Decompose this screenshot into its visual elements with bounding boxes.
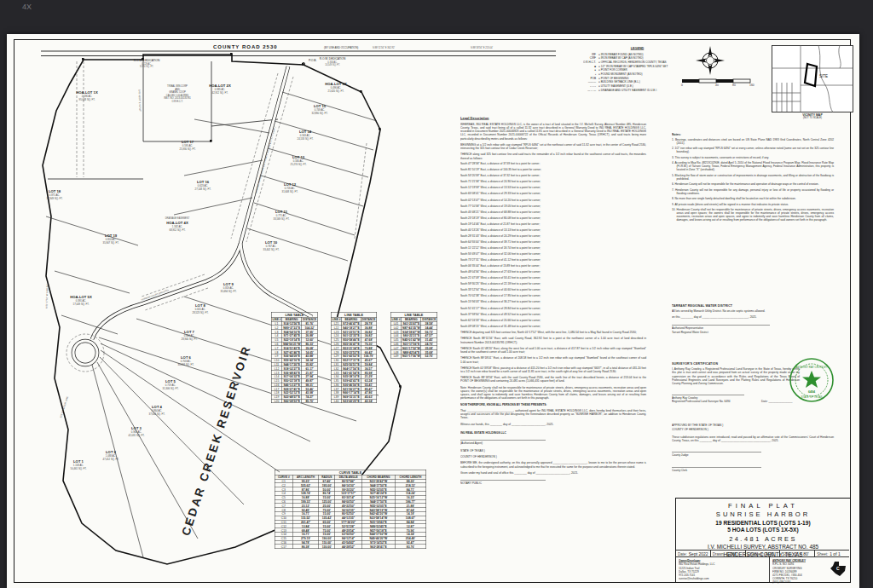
state-line: STATE OF TEXAS ) [460,449,646,453]
right-column: Notes: 1. Bearings, coordinates and dist… [672,133,834,500]
list-item: South 19°14'46" East, a distance of 21.8… [460,222,646,225]
cert-title: Registered Professional Land Surveyor No… [672,400,744,403]
row-dedication-sf: 9,974 SQ. FT. [140,65,153,68]
table-row: L39S69°15'31"E45.63' [331,395,377,399]
signature-line [460,441,546,441]
list-item: 1. Bearings, coordinates and distances c… [672,138,834,145]
scale-bar: 04080160 [679,77,757,87]
approval-block: APPROVED BY THE STATE OF TEXAS ) COUNTY … [672,424,834,471]
table-header: CHORD LENGTH [395,475,426,479]
street-name-label: SUNRISE HARBOR DRIVE (50' PRIVATE ACCESS… [254,126,276,194]
list-item: South 77°10'58" West, a distance of 19.0… [460,205,646,207]
list-item: 5. Blocking the flow of storm water or c… [672,174,834,181]
agent-caption: (Authorized Agent) [460,441,646,445]
list-item: South 33°12'54" West, a distance of 44.6… [460,289,646,291]
lot-area-sf: 30,634 SQ. FT. [178,363,194,366]
line-table-2-wrap: LINE TABLELINE #BEARINGDISTANCEL21S72°46… [331,312,378,403]
list-item: (940) 498-5030 [772,580,828,584]
adjoiner-label: AND [175,88,180,91]
table-row: L5S22°19'14"E12.60' [271,337,317,342]
table-row: L49N01°17'56"W52.76' [390,354,436,358]
notes-block: Notes: 1. Bearings, coordinates and dist… [672,133,834,224]
lot-area-sf: 28,940 SQ. FT. [182,337,198,341]
table-row: L43S34°18'47"W56.73' [390,330,436,334]
table-header: LINE # [390,317,401,321]
table-row: L13S36°48'43"E21.87' [271,371,317,375]
lot-area-sf: 31,306 SQ. FT. [163,387,179,390]
viewer-corner-label: 4X [22,3,32,11]
lot-area-sf: 24,533 SQ. FT. [298,137,314,141]
table-row: L37S21°56'27"E85.47' [331,387,377,391]
table-row: L44S80°22'21"E47.57' [390,333,436,337]
list-item: South 11°22'12" West, a distance of 18.7… [460,246,646,249]
table-row: L46S01°17'56"E24.76' [390,342,436,346]
table-row: L19S23°48'57"E74.27' [271,395,317,399]
title-block: FINAL PLAT SUNRISE HARBOR 19 RESIDENTIAL… [675,498,851,583]
bearing-distance-label: N 01°17'52" W 1080.54' [45,284,49,308]
lot-area-sf: 25,274 SQ. FT. [291,163,307,166]
table-row: L27S53°21'34"E70.88' [331,346,377,350]
list-item: THENCE South 88°11'56" East, with said C… [460,337,646,343]
table-row: L2N89°37'22"E104.32' [271,326,317,330]
table-row: L20S60°08'53"E85.70' [271,399,317,403]
table-row: L45N45°01'42"W31.45' [390,337,436,342]
table-header: LINE # [271,317,281,321]
reservoir-label: CEDAR CREEK RESERVOIR [179,343,253,538]
approval-line1: APPROVED BY THE STATE OF TEXAS ) [672,424,834,427]
list-item: South 51°41'17" West, a distance of 28.8… [460,307,646,309]
list-item: Drawn:CDM [711,551,746,556]
list-item: South 55°49'47" West, a distance of 32.0… [460,252,646,255]
row-dedication-label: R.O.W. DEDICATION [320,57,346,61]
list-item: South 02°13'47" West, a distance of 14.2… [460,199,646,201]
legend-title: LEGEND [576,46,698,50]
list-item: THENCE North 88°18'01" East, a distance … [460,356,646,363]
lot-area-sf: 37,634 SQ. FT. [149,412,165,416]
witness-line: Witness our hands, this ________ day of … [460,423,646,426]
table-row: L7S14°51'43"E39.08' [271,346,317,350]
signature-line [672,452,761,453]
before-me-paragraph: BEFORE ME, the undersigned authority, on… [460,461,646,468]
list-item: 2. 1/2" iron rebar with cap stamped "RPL… [672,147,834,153]
table-row: L3S04°54'10"E37.95' [271,330,317,334]
lot-area-sf: 21,620 SQ. FT. [328,89,344,93]
owner-name-line: INU REAL ESTATE HOLDINGS LLC [460,430,646,434]
table-row: L12S18°32'27"E61.17' [271,366,317,371]
dedication-paragraph: That ______________________________, aut… [460,409,646,420]
list-item: South 71°21'58" West, a distance of 24.9… [460,181,646,183]
scale-bar-label: 0 [681,84,683,87]
svg-text:C: C [836,566,840,571]
curve-table: CURVE TABLECURVE #ARC LENGTHRADIUSDELTA … [275,470,426,549]
line-table-1: LINE TABLELINE #BEARINGDISTANCEL1S14°12'… [271,312,318,403]
list-item: South 45°48'21" West, a distance of 68.8… [460,210,646,213]
table-row: L14S17°06'32"E27.94' [271,374,317,378]
bearing-distance-label: S 88°18'56" E 213.04' [471,46,494,49]
water-sig-caption: Authorized Representative [672,326,834,330]
list-item: South 64°55'00" West, a distance of 39.7… [460,240,646,243]
legal-description-column: Legal Description WHEREAS, INU REAL ESTA… [460,116,646,485]
table-row: L34S35°38'10"E21.29' [331,374,377,378]
surveyor-box: ANTHONY RAY CROWLEYR.P.L.S. NO. 6494CROW… [770,557,849,582]
table-header: DISTANCE [302,317,318,321]
table-row: L21S72°46'47"E28.78' [331,321,377,326]
list-item: South 65°08'41" West, a distance of 29.3… [460,193,646,195]
final-plat-label: FINAL PLAT [676,502,850,510]
list-item: sunrise@inuholdings.com [679,577,770,580]
table-row: L31S25°50'51"E59.84' [331,362,377,366]
notary-caption: NOTARY PUBLIC [460,481,646,485]
list-item: South 70°02'38" West, a distance of 17.9… [460,295,646,297]
signature-line [672,395,744,395]
lot-area-sf: 33,569 SQ. FT. [274,217,290,221]
table-row: L35S39°42'43"E63.24' [331,378,377,383]
table-row: L30S52°17'31"E45.67' [331,358,377,362]
adjoiner-label: TRIBAL WIN CORP [167,84,188,88]
lot-area-sf: 33,402 SQ. FT. [263,248,280,251]
approval-line2: COUNTY OF HENDERSON ) [672,428,834,431]
lot-area-sf: 32,890 SQ. FT. [312,112,328,115]
adjoiner-label: O.R.H.C.T. [172,100,183,103]
line-table-2: LINE TABLELINE #BEARINGDISTANCEL21S72°46… [331,312,377,403]
table-row: L18S22°52'12"E43.98' [271,391,317,395]
list-item: 9. All private roads (drives and streets… [672,203,834,206]
vicinity-site-label: SITE [819,74,828,78]
table-row: L22S40°18'27"E36.88' [331,326,377,330]
table-row: L32S64°17'56"E36.57' [331,366,377,371]
